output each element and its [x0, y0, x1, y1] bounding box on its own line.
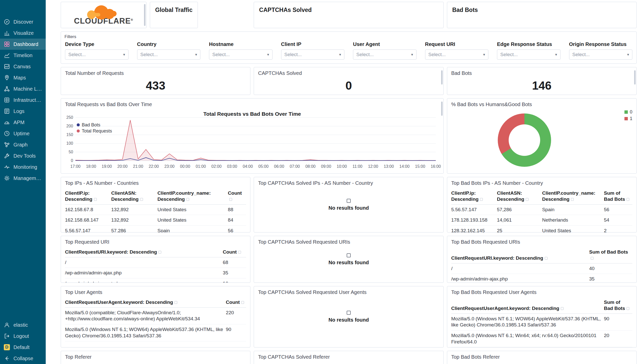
sort-icon[interactable] [561, 307, 564, 310]
logout-icon [4, 333, 10, 339]
sidebar-item-label: Maps [13, 75, 26, 81]
svg-text:15:00: 15:00 [415, 164, 425, 169]
panel-heading: Global Traffic [150, 2, 198, 18]
bad-bots-value: 146 [532, 79, 552, 92]
column-header[interactable]: Count [226, 296, 246, 307]
sidebar-item-label: Dashboard [13, 41, 38, 47]
sort-icon[interactable] [545, 257, 548, 260]
sort-icon[interactable] [526, 198, 528, 201]
column-header[interactable]: ClientRequestUserAgent.keyword: Descendi… [65, 296, 226, 307]
panel-scrollbar[interactable] [441, 70, 443, 85]
panel-scrollbar[interactable] [441, 102, 443, 116]
sidebar-item-graph[interactable]: Graph [0, 139, 46, 150]
svg-text:50: 50 [69, 150, 73, 154]
sidebar-item-label: elastic [13, 322, 28, 328]
column-header[interactable]: Sum of Bad Bots [604, 296, 632, 313]
column-header[interactable]: Sum of Bad Bots [604, 187, 632, 204]
legend-item-bad-bots[interactable]: Bad Bots [77, 122, 112, 128]
sidebar-item-label: Management [13, 175, 42, 181]
sidebar-item-visualize[interactable]: Visualize [0, 27, 46, 39]
legend-item-0[interactable]: 0 [624, 109, 632, 115]
sidebar-item-discover[interactable]: Discover [0, 16, 46, 27]
column-header[interactable]: ClientIP.country_name: Descending [542, 187, 604, 204]
country-select[interactable]: Select...▾ [137, 49, 201, 60]
sidebar-item-management[interactable]: Management [0, 173, 46, 184]
sort-icon[interactable] [158, 251, 161, 254]
svg-text:06:00: 06:00 [274, 164, 284, 169]
panel-top-referer: Top Referer Count [61, 351, 250, 364]
panel-heading: CAPTCHAs Solved [254, 2, 443, 18]
panel-top-captcha-uri: Top CAPTCHAs Solved Requested URIs No re… [254, 236, 443, 283]
hostname-select[interactable]: Select...▾ [209, 49, 272, 60]
infrastructure-icon [4, 97, 10, 103]
sidebar-item-uptime[interactable]: Uptime [0, 128, 46, 139]
sidebar-item-label: Infrastructure [13, 97, 42, 103]
sidebar-item-apm[interactable]: APM [0, 117, 46, 128]
sidebar-item-dev-tools[interactable]: Dev Tools [0, 150, 46, 161]
sort-icon[interactable] [174, 301, 177, 304]
client-ip-select[interactable]: Select...▾ [281, 49, 345, 60]
sidebar-item-default-space[interactable]: D Default [0, 342, 46, 353]
legend-item-1[interactable]: 1 [624, 115, 632, 122]
legend-item-total-requests[interactable]: Total Requests [77, 128, 112, 134]
sort-icon[interactable] [140, 198, 143, 201]
sort-icon[interactable] [186, 198, 189, 201]
edge-response-status-select[interactable]: Select...▾ [497, 49, 560, 60]
sidebar-item-maps[interactable]: Maps [0, 72, 46, 83]
panel-scrollbar[interactable] [144, 4, 146, 26]
legend-label: 0 [630, 109, 632, 115]
sidebar-item-logout[interactable]: Logout [0, 330, 46, 342]
sort-icon[interactable] [480, 198, 483, 201]
sidebar-item-monitoring[interactable]: Monitoring [0, 161, 46, 173]
column-header[interactable]: ClientIP.country_name: Descending [157, 187, 228, 204]
panel-title: Top Bad Bots IPs - AS Number - Country [447, 177, 636, 186]
column-header[interactable]: ClientRequestUserAgent.keyword: Descendi… [451, 296, 604, 313]
referer-table-header: Count [65, 362, 246, 364]
sort-icon[interactable] [627, 307, 629, 310]
origin-response-status-select[interactable]: Select...▾ [569, 49, 633, 60]
svg-text:250: 250 [66, 115, 73, 120]
sidebar-item-collapse[interactable]: Collapse [0, 353, 46, 364]
sidebar-item-elastic-user[interactable]: elastic [0, 319, 46, 330]
sort-icon[interactable] [241, 301, 244, 304]
sidebar-item-canvas[interactable]: Canvas [0, 61, 46, 72]
badbots-donut-chart [498, 113, 551, 167]
filter-label: Hostname [209, 41, 272, 47]
sidebar-item-logs[interactable]: Logs [0, 106, 46, 117]
sidebar-item-dashboard[interactable]: Dashboard [0, 39, 46, 50]
device-type-select[interactable]: Select...▾ [65, 49, 129, 60]
sort-icon[interactable] [627, 198, 629, 201]
sidebar-item-label: Uptime [13, 131, 29, 137]
panel-scrollbar[interactable] [634, 70, 636, 85]
column-header[interactable]: ClientIP.ip: Descending [65, 187, 111, 204]
sort-icon[interactable] [238, 251, 241, 254]
table-row: /wp-admin/admin-post.php16 [65, 278, 246, 283]
sort-icon[interactable] [591, 257, 593, 260]
request-uri-select[interactable]: Select...▾ [425, 49, 489, 60]
column-header[interactable]: ClientASN: Descending [111, 187, 157, 204]
column-header[interactable]: Count [223, 246, 246, 257]
sort-icon[interactable] [229, 198, 232, 201]
column-header[interactable]: ClientIP.ip: Descending [451, 187, 497, 204]
table-row: 162.158.67.8132,892United States88 [65, 204, 246, 215]
column-header[interactable]: Sum of Bad Bots [589, 246, 632, 263]
column-header[interactable]: ClientRequestURI.keyword: Descending [65, 246, 223, 257]
sort-icon[interactable] [94, 198, 97, 201]
column-header[interactable]: Count [228, 187, 246, 204]
no-results-text: No results found [329, 317, 369, 323]
table-row: 5.56.57.14757,286Spain56 [451, 204, 632, 215]
panel-title: Top Bad Bots Referer [447, 351, 636, 360]
column-header[interactable]: ClientASN: Descending [497, 187, 542, 204]
sidebar-item-infrastructure[interactable]: Infrastructure [0, 94, 46, 106]
user-agent-select[interactable]: Select...▾ [353, 49, 416, 60]
sidebar-item-timelion[interactable]: Timelion [0, 50, 46, 61]
panel-top-captcha-user-agents: Top CAPTCHAs Solved Requested User Agent… [254, 286, 443, 348]
sidebar-item-machine-learning[interactable]: Machine Le… [0, 83, 46, 94]
chevron-down-icon: ▾ [123, 52, 125, 57]
monitoring-icon [4, 164, 10, 170]
column-header[interactable]: ClientRequestURI.keyword: Descending [451, 246, 589, 263]
sort-icon[interactable] [571, 198, 574, 201]
donut-hole [509, 124, 540, 156]
svg-text:04:00: 04:00 [243, 164, 253, 169]
panel-requests-vs-badbots-chart: Total Requests vs Bad Bots Over Time Tot… [61, 98, 444, 174]
